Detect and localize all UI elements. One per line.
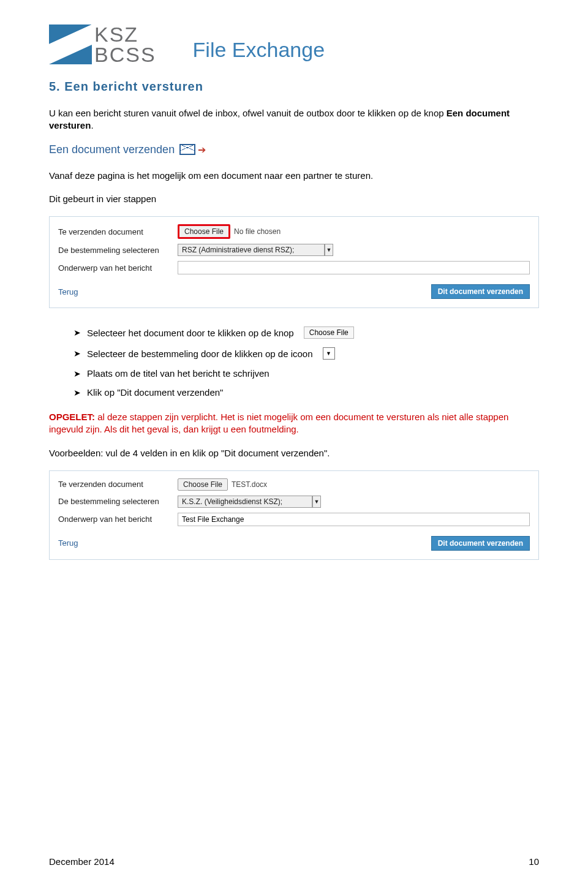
warning-rest: al deze stappen zijn verplicht. Het is n… (49, 412, 508, 434)
dropdown-icon[interactable]: ▼ (312, 496, 321, 508)
step-1-text: Selecteer het document door te klikken o… (87, 328, 294, 338)
logo-line2: BCSS (94, 45, 156, 64)
subject-input[interactable] (178, 513, 530, 526)
step-4: ➤ Klik op "Dit document verzenden" (74, 387, 539, 398)
dropdown-inline-icon: ▼ (323, 347, 335, 360)
form2-row-subject: Onderwerp van het bericht (58, 513, 530, 526)
intro-text-c: . (91, 120, 93, 130)
form2-row-dest: De bestemmeling selecteren K.S.Z. (Veili… (58, 496, 530, 508)
form1-footer: Terug Dit document verzenden (58, 284, 530, 299)
step-2-text: Selecteer de bestemmeling door de klikke… (87, 349, 313, 359)
form1-label-dest: De bestemmeling selecteren (58, 246, 178, 255)
logo-line1: KSZ (94, 25, 156, 44)
mail-icon (179, 144, 195, 155)
intro-text-a: U kan een bericht sturen vanuit ofwel de… (49, 108, 447, 118)
choose-file-inline: Choose File (304, 326, 354, 339)
steps-list: ➤ Selecteer het document door te klikken… (74, 326, 539, 398)
send-form-2: Te verzenden document Choose File TEST.d… (49, 470, 539, 560)
bullet-icon: ➤ (74, 388, 81, 398)
form1-row-dest: De bestemmeling selecteren RSZ (Administ… (58, 244, 530, 256)
send-document-link-row: Een document verzenden ➔ (49, 143, 539, 156)
bullet-icon: ➤ (74, 369, 81, 379)
form1-row-subject: Onderwerp van het bericht (58, 261, 530, 274)
section-heading: 5. Een bericht versturen (49, 80, 539, 94)
form2-label-file: Te verzenden document (58, 480, 178, 489)
form2-row-file: Te verzenden document Choose File TEST.d… (58, 478, 530, 491)
para-after-link: Vanaf deze pagina is het mogelijk om een… (49, 170, 539, 182)
send-form-1: Te verzenden document Choose File No fil… (49, 216, 539, 308)
logo: KSZ BCSS (49, 25, 156, 64)
file-name-text: TEST.docx (232, 480, 267, 489)
no-file-text: No file chosen (234, 227, 281, 236)
step-4-text: Klik op "Dit document verzenden" (87, 387, 223, 398)
bullet-icon: ➤ (74, 328, 81, 338)
subject-input[interactable] (178, 261, 530, 274)
footer-date: December 2014 (49, 856, 115, 867)
doc-title: File Exchange (193, 38, 325, 62)
page-footer: December 2014 10 (49, 856, 539, 867)
form1-row-file: Te verzenden document Choose File No fil… (58, 224, 530, 239)
submit-button[interactable]: Dit document verzenden (431, 284, 530, 299)
logo-text: KSZ BCSS (94, 25, 156, 64)
page-header: KSZ BCSS File Exchange (49, 25, 539, 64)
mail-arrow-icon: ➔ (198, 144, 206, 156)
form1-label-subject: Onderwerp van het bericht (58, 263, 178, 273)
step-3: ➤ Plaats om de titel van het bericht te … (74, 368, 539, 379)
submit-button[interactable]: Dit document verzenden (431, 536, 530, 551)
warning-paragraph: OPGELET: al deze stappen zijn verplicht.… (49, 411, 539, 436)
form2-label-subject: Onderwerp van het bericht (58, 515, 178, 524)
form1-label-file: Te verzenden document (58, 227, 178, 236)
examples-line: Voorbeelden: vul de 4 velden in en klik … (49, 447, 539, 459)
bullet-icon: ➤ (74, 349, 81, 358)
dropdown-icon[interactable]: ▼ (325, 244, 333, 256)
form2-footer: Terug Dit document verzenden (58, 536, 530, 551)
choose-file-button[interactable]: Choose File (178, 478, 228, 491)
back-link[interactable]: Terug (58, 538, 78, 548)
form2-label-dest: De bestemmeling selecteren (58, 497, 178, 506)
destination-select[interactable]: RSZ (Administratieve dienst RSZ); (178, 244, 325, 256)
step-3-text: Plaats om de titel van het bericht te sc… (87, 368, 270, 379)
footer-page-number: 10 (529, 856, 539, 867)
step-1: ➤ Selecteer het document door te klikken… (74, 326, 539, 339)
logo-mark (49, 25, 92, 64)
destination-select[interactable]: K.S.Z. (Veiligheidsdienst KSZ); (178, 496, 312, 508)
send-document-link[interactable]: Een document verzenden (49, 143, 175, 156)
warning-prefix: OPGELET: (49, 412, 95, 422)
intro-paragraph: U kan een bericht sturen vanuit ofwel de… (49, 107, 539, 132)
step-2: ➤ Selecteer de bestemmeling door de klik… (74, 347, 539, 360)
para-steps: Dit gebeurt in vier stappen (49, 193, 539, 205)
back-link[interactable]: Terug (58, 287, 78, 296)
choose-file-button[interactable]: Choose File (178, 224, 230, 239)
